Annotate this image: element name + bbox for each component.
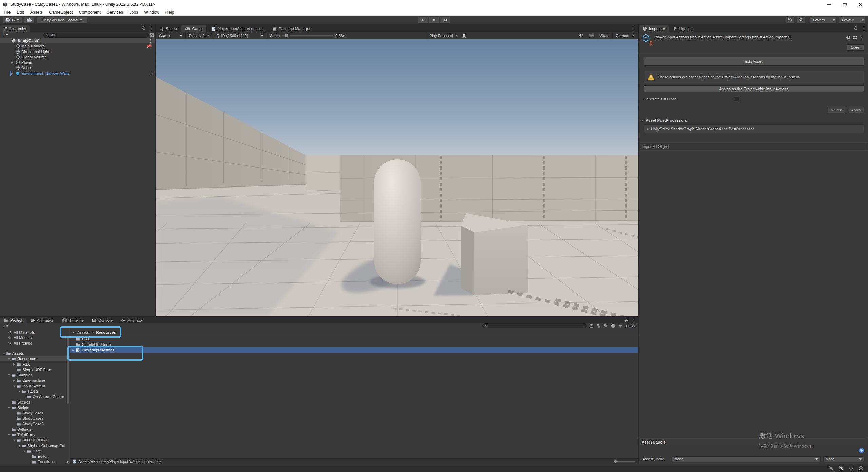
tab-inspector[interactable]: Inspector xyxy=(639,25,669,32)
foldout-closed-icon[interactable]: ▶ xyxy=(72,349,74,352)
hierarchy-add-button[interactable]: + xyxy=(1,33,9,38)
debug-bug-icon[interactable] xyxy=(462,33,466,38)
scale-slider[interactable] xyxy=(282,35,333,36)
project-search-input[interactable] xyxy=(482,323,587,328)
favorite-all-prefabs[interactable]: All Prefabs xyxy=(0,340,70,346)
menu-window[interactable]: Window xyxy=(141,9,162,15)
chevron-right-icon[interactable]: > xyxy=(151,71,153,75)
foldout-open-icon[interactable]: ▼ xyxy=(23,450,26,453)
menu-help[interactable]: Help xyxy=(162,9,177,15)
menu-assets[interactable]: Assets xyxy=(27,9,46,15)
tab-timeline[interactable]: Timeline xyxy=(59,318,87,323)
tree-folder-settings[interactable]: Settings xyxy=(0,427,70,432)
display-select[interactable]: Display 1 xyxy=(186,32,213,39)
kebab-menu-icon[interactable]: ⋮ xyxy=(861,26,865,31)
hierarchy-item-cube[interactable]: Cube xyxy=(0,65,155,71)
tree-folder-cinemachine[interactable]: ▶Cinemachine xyxy=(0,378,70,383)
tree-folder-functions[interactable]: Functions xyxy=(0,459,70,464)
assetbundle-variant-select[interactable]: None xyxy=(823,456,864,462)
menu-edit[interactable]: Edit xyxy=(14,9,27,15)
tab-game[interactable]: Game xyxy=(181,25,206,32)
apply-button[interactable]: Apply xyxy=(848,107,864,113)
presets-icon[interactable] xyxy=(853,36,857,39)
hierarchy-item-environment-narrow-walls[interactable]: ▶Environment_Narrow_Walls> xyxy=(0,71,155,76)
version-control-dropdown[interactable]: Unity Version Control xyxy=(37,17,87,23)
tree-folder-on-screen-contro[interactable]: On-Screen Contro xyxy=(0,394,70,399)
asset-playerinputactions[interactable]: ▶PlayerInputActions xyxy=(70,347,638,353)
tree-folder-studycase2[interactable]: StudyCase2 xyxy=(0,416,70,421)
asset-fbx[interactable]: FBX xyxy=(70,336,638,342)
hierarchy-item-main-camera[interactable]: Main Camera xyxy=(0,43,155,49)
foldout-closed-icon[interactable]: ▶ xyxy=(11,72,13,75)
generate-class-checkbox[interactable] xyxy=(735,97,739,101)
stats-toggle[interactable]: Stats xyxy=(597,32,612,39)
play-button[interactable] xyxy=(418,17,428,23)
open-button[interactable]: Open xyxy=(847,44,864,51)
project-add-button[interactable]: + xyxy=(2,323,10,328)
menu-gameobject[interactable]: GameObject xyxy=(46,9,76,15)
tree-folder-resources[interactable]: ▼Resources xyxy=(0,356,70,361)
layout-dropdown[interactable]: Layout xyxy=(839,17,865,23)
tree-folder-scenes[interactable]: Scenes xyxy=(0,399,70,405)
undo-history-button[interactable] xyxy=(786,17,794,23)
gizmos-dropdown[interactable]: Gizmos xyxy=(612,32,638,39)
alert-circle-icon[interactable] xyxy=(611,323,615,328)
menu-services[interactable]: Services xyxy=(104,9,126,15)
foldout-open-icon[interactable]: ▼ xyxy=(13,385,16,388)
hierarchy-item-global-volume[interactable]: Global Volume xyxy=(0,54,155,60)
tree-folder-core[interactable]: ▼Core xyxy=(0,448,70,454)
lock-icon[interactable] xyxy=(854,26,857,30)
auto-refresh-disabled-icon[interactable] xyxy=(849,466,853,471)
foldout-open-icon[interactable]: ▼ xyxy=(18,444,21,447)
restore-button[interactable] xyxy=(837,0,852,9)
edit-asset-button[interactable]: Edit Asset xyxy=(644,57,864,66)
mute-audio-icon[interactable] xyxy=(576,34,586,38)
collapse-up-icon[interactable]: ▲ xyxy=(72,331,75,334)
search-by-type-icon[interactable] xyxy=(596,323,601,328)
kebab-menu-icon[interactable]: ⋮ xyxy=(148,38,153,43)
game-viewport[interactable] xyxy=(156,39,638,316)
tree-folder-editor[interactable]: Editor xyxy=(0,454,70,459)
asset-postprocessors-foldout[interactable]: Asset PostProcessors xyxy=(641,118,867,122)
background-tasks-icon[interactable] xyxy=(859,466,863,471)
foldout-closed-icon[interactable]: ▶ xyxy=(13,379,15,382)
lock-icon[interactable] xyxy=(625,319,628,323)
help-icon[interactable] xyxy=(846,35,850,40)
label-tag-icon[interactable] xyxy=(859,448,864,453)
tree-folder-thirdparty[interactable]: ▼ThirdParty xyxy=(0,432,70,437)
pause-button[interactable] xyxy=(429,17,439,23)
picker-icon[interactable] xyxy=(150,33,154,37)
step-button[interactable] xyxy=(440,17,450,23)
lock-icon[interactable] xyxy=(142,26,145,30)
kebab-menu-icon[interactable]: ⋮ xyxy=(149,26,153,31)
menu-component[interactable]: Component xyxy=(76,9,104,15)
favorite-all-models[interactable]: All Models xyxy=(0,335,70,340)
foldout-closed-icon[interactable]: ▶ xyxy=(13,363,15,366)
scale-slider-handle[interactable] xyxy=(285,34,288,37)
tab-project[interactable]: Project xyxy=(0,318,26,323)
search-everywhere-button[interactable] xyxy=(797,17,805,23)
asset-simpleurptoon[interactable]: SimpleURPToon xyxy=(70,342,638,347)
foldout-closed-icon[interactable]: ▶ xyxy=(11,61,13,64)
breadcrumb-root[interactable]: Assets xyxy=(77,330,89,334)
resolution-select[interactable]: QHD (2560x1440) xyxy=(213,32,267,39)
tree-folder-studycase1[interactable]: StudyCase1 xyxy=(0,410,70,416)
foldout-open-icon[interactable]: ▼ xyxy=(8,374,11,377)
picker-icon[interactable] xyxy=(589,324,593,328)
cache-server-disconnected-icon[interactable] xyxy=(839,466,844,471)
menu-jobs[interactable]: Jobs xyxy=(126,9,141,15)
tab-hierarchy[interactable]: Hierarchy xyxy=(0,25,30,32)
tab-animator[interactable]: Animator xyxy=(117,318,147,323)
tree-folder-boxophobic[interactable]: ▼BOXOPHOBIC xyxy=(0,437,70,443)
tree-folder-input-system[interactable]: ▼Input System xyxy=(0,383,70,389)
play-focused-dropdown[interactable]: Play Focused xyxy=(426,32,461,39)
tab-scene[interactable]: Scene xyxy=(156,25,181,32)
breadcrumb-current[interactable]: Resources xyxy=(96,330,116,334)
favorites-star-icon[interactable]: ★ xyxy=(618,323,623,328)
foldout-open-icon[interactable]: ▼ xyxy=(3,352,5,355)
kebab-menu-icon[interactable]: ⋮ xyxy=(632,26,636,31)
assetbundle-select[interactable]: None xyxy=(672,456,821,462)
kebab-menu-icon[interactable]: ⋮ xyxy=(632,318,636,323)
foldout-open-icon[interactable]: ▼ xyxy=(8,357,11,360)
revert-button[interactable]: Revert xyxy=(828,107,845,113)
